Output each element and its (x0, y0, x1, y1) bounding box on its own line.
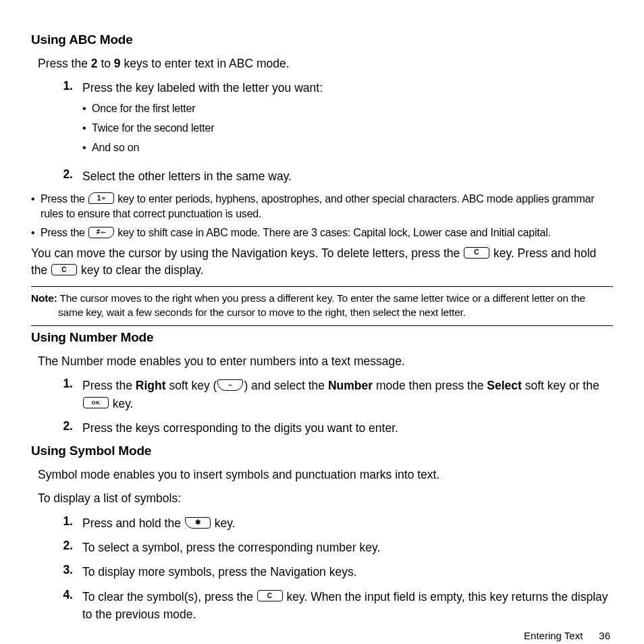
heading-abc-mode: Using ABC Mode (31, 32, 613, 47)
step-number: 1. (50, 79, 82, 160)
step-number: 3. (50, 563, 82, 581)
bullet-dot: • (31, 225, 41, 240)
abc-step1-bullets: •Once for the first letter •Twice for th… (82, 101, 613, 156)
key-ok-icon: OK (83, 397, 109, 408)
manual-page: Using ABC Mode Press the 2 to 9 keys to … (0, 0, 644, 644)
soft-key-right-icon: – (217, 379, 243, 391)
text: Press the (82, 379, 136, 392)
bullet-dot: • (82, 140, 92, 155)
list-item: 1. Press the key labeled with the letter… (31, 79, 613, 160)
text: to (98, 57, 114, 70)
text: To clear the symbol(s), press the (82, 590, 257, 603)
text: mode then press the (373, 379, 487, 392)
text: Press the (41, 193, 88, 205)
step-text: To display more symbols, press the Navig… (82, 563, 613, 581)
text: ) and select the (244, 379, 328, 392)
text: key. (109, 397, 134, 410)
bullet-item: • Press the #⬳ key to shift case in ABC … (31, 225, 613, 240)
text: keys to enter text in ABC mode. (121, 57, 290, 70)
step-number: 1. (50, 514, 82, 532)
symbol-sub-intro: To display a list of symbols: (31, 490, 613, 507)
key-c-icon: C (464, 247, 489, 259)
list-item: 4. To clear the symbol(s), press the C k… (31, 588, 613, 624)
step-number: 1. (50, 377, 82, 412)
step-number: 2. (50, 167, 82, 185)
note-label: Note: (31, 292, 57, 304)
number-steps: 1. Press the Right soft key (–) and sele… (31, 377, 613, 437)
bullet-item: •And so on (82, 140, 613, 155)
abc-intro: Press the 2 to 9 keys to enter text in A… (31, 55, 613, 72)
bullet-dot: • (82, 121, 92, 136)
list-item: 1. Press the Right soft key (–) and sele… (31, 377, 613, 412)
list-item: 2. Press the keys corresponding to the d… (31, 419, 613, 437)
abc-note: Note: The cursor moves to the right when… (31, 291, 613, 320)
heading-number-mode: Using Number Mode (31, 330, 613, 345)
note-text: The cursor moves to the right when you p… (57, 292, 585, 319)
list-item: 3. To display more symbols, press the Na… (31, 563, 613, 581)
step-text: To clear the symbol(s), press the C key.… (82, 588, 613, 624)
abc-steps: 1. Press the key labeled with the letter… (31, 79, 613, 185)
list-item: 1. Press and hold the ✱ key. (31, 514, 613, 532)
text: key to clear the display. (78, 263, 203, 277)
divider (31, 325, 613, 326)
text: soft key or the (522, 379, 599, 392)
bullet-text: Press the 1፨ key to enter periods, hyphe… (41, 192, 613, 221)
bullet-text: Twice for the second letter (92, 121, 613, 136)
step-text: Press the Right soft key (–) and select … (82, 377, 613, 412)
key-hash-icon: #⬳ (88, 227, 114, 238)
step-number: 2. (50, 539, 82, 556)
footer-section-title: Entering Text (524, 630, 583, 641)
step-number: 4. (50, 588, 82, 624)
list-item: 2. Select the other letters in the same … (31, 167, 613, 185)
text: key. (211, 516, 236, 530)
bold-text: Number (328, 379, 373, 392)
step-text: Select the other letters in the same way… (82, 167, 613, 185)
text: Press the key labeled with the letter yo… (82, 81, 323, 95)
bold-digit: 9 (114, 57, 121, 70)
text: Press and hold the (82, 516, 184, 530)
step-text: To select a symbol, press the correspond… (82, 539, 613, 556)
step-text: Press the key labeled with the letter yo… (82, 79, 613, 160)
text: Press the (38, 57, 91, 70)
symbol-intro: Symbol mode enables you to insert symbol… (31, 466, 613, 483)
text: Press the (41, 227, 88, 238)
key-c-icon: C (257, 590, 283, 601)
abc-cursor-note: You can move the cursor by using the Nav… (31, 245, 613, 279)
bullet-item: •Twice for the second letter (82, 121, 613, 136)
bullet-text: And so on (92, 140, 613, 155)
heading-symbol-mode: Using Symbol Mode (31, 444, 613, 458)
text: soft key ( (166, 379, 217, 392)
bold-text: Right (136, 379, 166, 392)
bullet-dot: • (31, 192, 41, 221)
bullet-text: Once for the first letter (92, 101, 613, 116)
bullet-text: Press the #⬳ key to shift case in ABC mo… (41, 225, 613, 240)
bold-text: Select (487, 379, 522, 392)
footer-page-number: 36 (583, 630, 610, 641)
key-c-icon: C (51, 264, 77, 275)
page-content: Using ABC Mode Press the 2 to 9 keys to … (31, 32, 613, 630)
bullet-item: •Once for the first letter (82, 101, 613, 116)
divider (31, 286, 613, 287)
symbol-steps: 1. Press and hold the ✱ key. 2. To selec… (31, 514, 613, 623)
step-number: 2. (50, 419, 82, 437)
number-intro: The Number mode enables you to enter num… (31, 353, 613, 370)
step-text: Press and hold the ✱ key. (82, 514, 613, 532)
text: key to enter periods, hyphens, apostroph… (41, 193, 594, 219)
bold-digit: 2 (91, 57, 98, 70)
key-1-icon: 1፨ (88, 192, 114, 204)
bullet-item: • Press the 1፨ key to enter periods, hyp… (31, 192, 613, 221)
bullet-dot: • (82, 101, 92, 116)
key-asterisk-icon: ✱ (185, 517, 211, 529)
list-item: 2. To select a symbol, press the corresp… (31, 539, 613, 556)
step-text: Press the keys corresponding to the digi… (82, 419, 613, 437)
text: key to shift case in ABC mode. There are… (115, 227, 551, 238)
text: You can move the cursor by using the Nav… (31, 246, 463, 260)
abc-sub-bullets: • Press the 1፨ key to enter periods, hyp… (31, 192, 613, 240)
page-footer: Entering Text36 (31, 630, 613, 641)
